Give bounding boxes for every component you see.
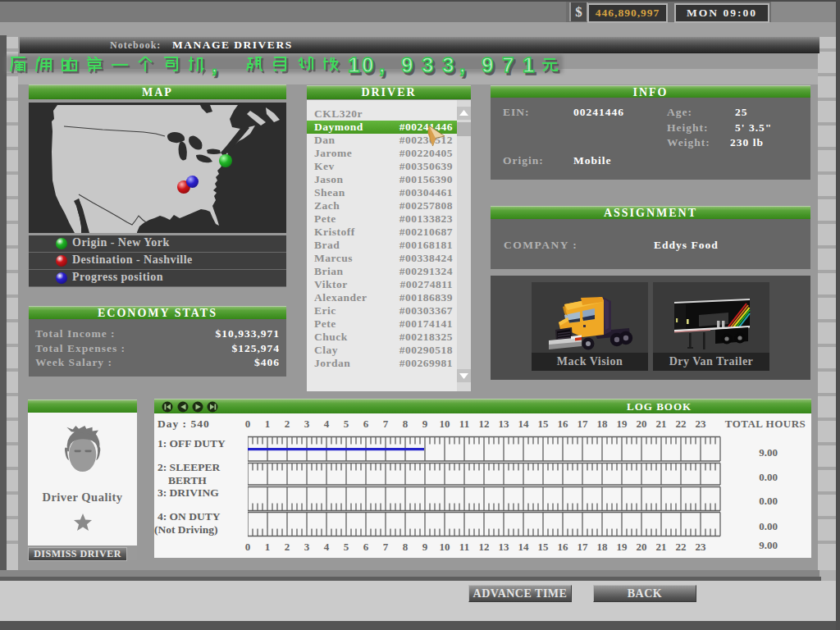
svg-text:7: 7 bbox=[502, 52, 514, 77]
svg-text:3: 3 bbox=[422, 52, 433, 77]
svg-text:,: , bbox=[212, 54, 217, 76]
svg-text:,: , bbox=[379, 52, 385, 77]
svg-text:1: 1 bbox=[523, 52, 534, 77]
svg-text:3: 3 bbox=[442, 52, 454, 77]
svg-text:,: , bbox=[459, 52, 465, 77]
svg-text:0: 0 bbox=[362, 52, 373, 77]
svg-text:9: 9 bbox=[401, 52, 413, 77]
svg-text:9: 9 bbox=[482, 52, 493, 77]
svg-text:1: 1 bbox=[348, 52, 359, 77]
